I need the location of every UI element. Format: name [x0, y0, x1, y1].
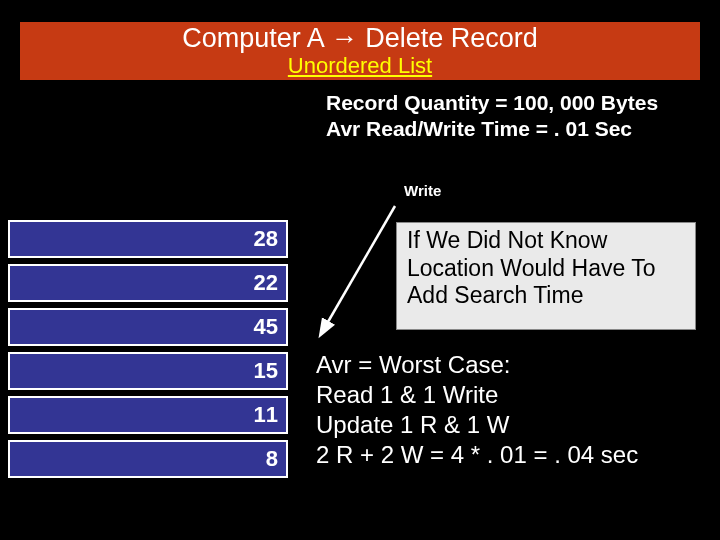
record-item: 28 [8, 220, 288, 258]
record-value: 15 [254, 358, 278, 384]
calc-line-2: Read 1 & 1 Write [316, 380, 638, 410]
slide-header: Computer A → Delete Record Unordered Lis… [20, 22, 700, 80]
calc-line-4: 2 R + 2 W = 4 * . 01 = . 04 sec [316, 440, 638, 470]
calc-line-3: Update 1 R & 1 W [316, 410, 638, 440]
record-item: 15 [8, 352, 288, 390]
record-value: 8 [266, 446, 278, 472]
meta-line-2: Avr Read/Write Time = . 01 Sec [326, 116, 658, 142]
write-arrow-icon [313, 202, 403, 342]
record-meta: Record Quantity = 100, 000 Bytes Avr Rea… [326, 90, 658, 143]
write-label: Write [404, 182, 441, 199]
record-item: 45 [8, 308, 288, 346]
record-value: 45 [254, 314, 278, 340]
calc-line-1: Avr = Worst Case: [316, 350, 638, 380]
record-value: 22 [254, 270, 278, 296]
record-value: 28 [254, 226, 278, 252]
note-callout: If We Did Not Know Location Would Have T… [396, 222, 696, 330]
slide-subtitle: Unordered List [20, 54, 700, 78]
svg-line-0 [321, 206, 395, 334]
record-item: 11 [8, 396, 288, 434]
calculation-block: Avr = Worst Case: Read 1 & 1 Write Updat… [316, 350, 638, 470]
slide-title: Computer A → Delete Record [20, 22, 700, 54]
record-value: 11 [254, 402, 278, 428]
meta-line-1: Record Quantity = 100, 000 Bytes [326, 90, 658, 116]
record-list: 28 22 45 15 11 8 [8, 220, 288, 484]
record-item: 22 [8, 264, 288, 302]
record-item: 8 [8, 440, 288, 478]
